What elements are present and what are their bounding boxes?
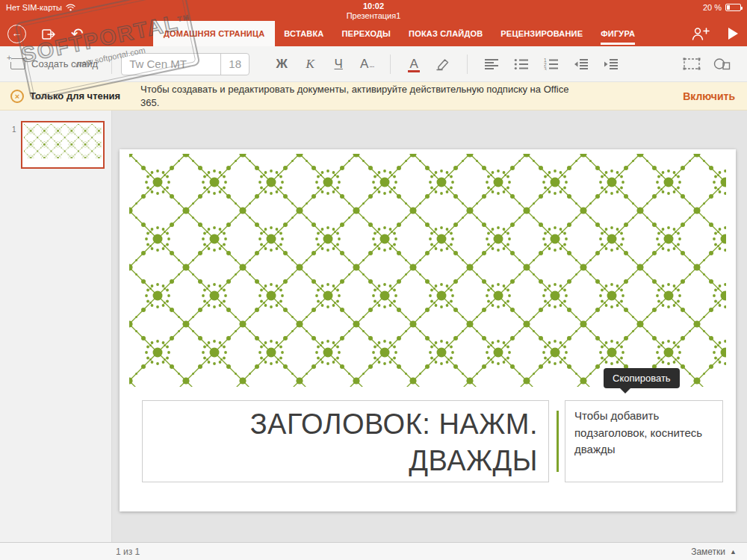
toolbar-divider xyxy=(111,55,112,74)
clock: 10:02 xyxy=(0,1,747,10)
readonly-message: Чтобы создавать и редактировать документ… xyxy=(140,83,577,109)
document-title: Презентация1 xyxy=(0,11,747,20)
home-toolbar: Создать слайд Tw Cen MT 18 Ж K Ч А ... А xyxy=(0,46,747,82)
activate-button[interactable]: Включить xyxy=(683,90,735,102)
underline-button[interactable]: Ч xyxy=(324,51,353,78)
textbox-button[interactable] xyxy=(677,51,707,78)
svg-text:3: 3 xyxy=(544,66,547,70)
tab-insert[interactable]: ВСТАВКА xyxy=(275,21,332,46)
font-color-swatch xyxy=(408,70,420,72)
slide-design-pattern xyxy=(129,154,726,387)
notes-toggle[interactable]: Заметки ▲ xyxy=(691,547,737,557)
new-slide-button[interactable]: Создать слайд xyxy=(10,58,98,69)
back-button[interactable]: ← xyxy=(7,25,26,43)
text-effects-button[interactable]: А ... xyxy=(353,51,381,78)
shape-button[interactable] xyxy=(707,51,737,78)
subtitle-text: Чтобы добавить подзаголовок, коснитесь д… xyxy=(574,409,702,455)
tab-review[interactable]: РЕЦЕНЗИРОВАНИЕ xyxy=(492,21,592,46)
font-size-select[interactable]: 18 xyxy=(220,54,249,75)
battery-percent: 20 % xyxy=(703,3,722,12)
readonly-title: Только для чтения xyxy=(30,90,140,102)
page-indicator: 1 из 1 xyxy=(116,547,140,557)
font-name-select[interactable]: Tw Cen MT xyxy=(122,54,220,75)
subtitle-placeholder[interactable]: Чтобы добавить подзаголовок, коснитесь д… xyxy=(565,400,723,482)
tab-home[interactable]: ДОМАШНЯЯ СТРАНИЦА xyxy=(153,21,275,46)
share-icon[interactable] xyxy=(41,27,56,41)
add-user-icon[interactable] xyxy=(691,27,710,41)
font-color-button[interactable]: А xyxy=(400,51,428,78)
battery-icon xyxy=(725,4,741,11)
font-controls: Tw Cen MT 18 xyxy=(121,53,249,75)
indent-button[interactable] xyxy=(596,51,626,78)
status-footer: 1 из 1 Заметки ▲ xyxy=(0,542,747,560)
divider-accent-line xyxy=(557,411,559,472)
new-slide-label: Создать слайд xyxy=(31,58,98,69)
highlight-button[interactable] xyxy=(428,51,458,78)
chevron-up-icon: ▲ xyxy=(730,548,737,556)
slide-thumbnail[interactable] xyxy=(21,121,105,169)
bullets-button[interactable] xyxy=(506,51,536,78)
ribbon-tab-bar: ← ↶ ДОМАШНЯЯ СТРАНИЦА ВСТАВКА ПЕРЕХОДЫ П… xyxy=(0,21,747,46)
tab-slideshow[interactable]: ПОКАЗ СЛАЙДОВ xyxy=(400,21,492,46)
toolbar-divider xyxy=(390,55,391,74)
undo-button[interactable]: ↶ xyxy=(71,26,84,41)
numbering-button[interactable]: 1 2 3 xyxy=(536,51,566,78)
bold-button[interactable]: Ж xyxy=(267,51,296,78)
italic-button[interactable]: K xyxy=(296,51,324,78)
title-placeholder[interactable]: ЗАГОЛОВОК: НАЖМ. ДВАЖДЫ xyxy=(142,400,549,482)
slide-number: 1 xyxy=(12,125,16,134)
slideshow-play-icon[interactable] xyxy=(728,28,738,40)
slide-canvas[interactable]: ЗАГОЛОВОК: НАЖМ. ДВАЖДЫ Чтобы добавить п… xyxy=(120,149,736,511)
align-button[interactable] xyxy=(477,51,506,78)
content-area: 1 ЗАГОЛОВОК: НАЖМ. ДВАЖДЫ Чтобы добавить… xyxy=(0,111,747,542)
powerpoint-ipad-app: Нет SIM-карты 10:02 Презентация1 20 % ← … xyxy=(0,0,747,560)
status-bar: Нет SIM-карты 10:02 Презентация1 20 % xyxy=(0,0,747,21)
slides-panel: 1 xyxy=(0,111,112,542)
outdent-button[interactable] xyxy=(566,51,596,78)
title-line-2: ДВАЖДЫ xyxy=(149,443,538,479)
tab-shape[interactable]: ФИГУРА xyxy=(592,21,644,46)
readonly-close-icon[interactable]: × xyxy=(10,90,24,103)
copy-tooltip[interactable]: Скопировать xyxy=(604,368,680,388)
new-slide-icon xyxy=(10,58,25,69)
readonly-banner: × Только для чтения Чтобы создавать и ре… xyxy=(0,82,747,111)
ribbon-tabs: ДОМАШНЯЯ СТРАНИЦА ВСТАВКА ПЕРЕХОДЫ ПОКАЗ… xyxy=(153,21,644,46)
toolbar-divider xyxy=(467,55,468,74)
tab-transitions[interactable]: ПЕРЕХОДЫ xyxy=(332,21,400,46)
title-line-1: ЗАГОЛОВОК: НАЖМ. xyxy=(149,406,538,443)
